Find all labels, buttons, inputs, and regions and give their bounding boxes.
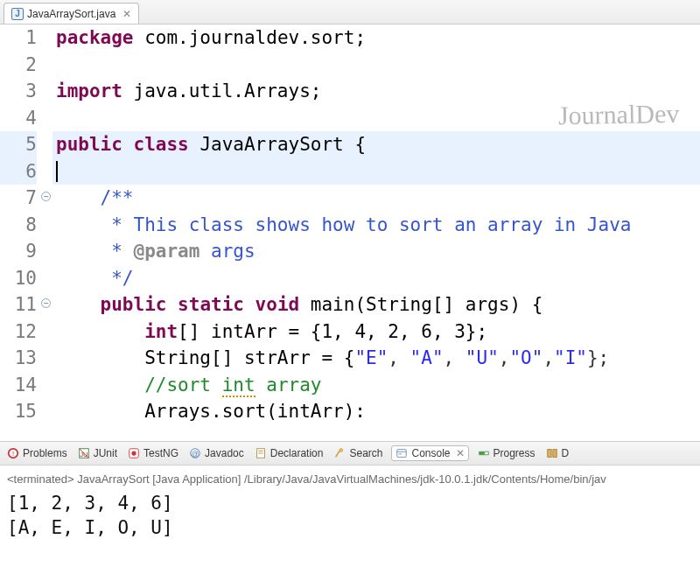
console-panel: <terminated> JavaArraySort [Java Applica…: [0, 466, 700, 540]
generic-view-icon: [546, 447, 558, 459]
tab-testng[interactable]: TestNG: [126, 445, 180, 461]
tab-label: Declaration: [270, 447, 324, 459]
tab-label: Progress: [494, 447, 536, 459]
console-output[interactable]: [1, 2, 3, 4, 6] [A, E, I, O, U]: [7, 491, 693, 540]
tab-label: JUnit: [94, 447, 117, 459]
tab-progress[interactable]: Progress: [476, 445, 537, 461]
tab-problems[interactable]: ! Problems: [5, 445, 69, 461]
tab-label: Problems: [23, 447, 67, 459]
svg-rect-17: [547, 450, 550, 458]
svg-text:!: !: [12, 450, 14, 458]
fold-toggle-icon[interactable]: −: [41, 298, 51, 308]
tab-label: Search: [349, 447, 382, 459]
close-icon[interactable]: ✕: [122, 8, 131, 20]
svg-text:@: @: [192, 450, 200, 458]
editor-tab-label: JavaArraySort.java: [27, 8, 116, 20]
progress-icon: [478, 447, 490, 459]
tab-javadoc[interactable]: @ Javadoc: [187, 445, 246, 461]
junit-icon: JU: [78, 447, 90, 459]
line-number-gutter: 1 2 3 4 5 6 7 8 9 10 11 12 13 14 15: [0, 24, 40, 441]
console-line: [1, 2, 3, 4, 6]: [7, 491, 693, 515]
close-icon[interactable]: ✕: [456, 447, 465, 459]
declaration-icon: [255, 447, 267, 459]
console-status: <terminated> JavaArraySort [Java Applica…: [7, 472, 693, 486]
problems-icon: !: [7, 447, 19, 459]
svg-point-11: [340, 449, 343, 452]
svg-text:JU: JU: [80, 451, 88, 458]
tab-junit[interactable]: JU JUnit: [76, 445, 119, 461]
search-icon: [333, 447, 346, 459]
javadoc-icon: @: [189, 447, 201, 459]
tab-label: TestNG: [144, 447, 178, 459]
tab-console[interactable]: Console ✕: [391, 445, 468, 461]
editor-tab[interactable]: J JavaArraySort.java ✕: [4, 3, 139, 24]
testng-icon: [128, 447, 140, 459]
fold-column: − −: [40, 24, 52, 441]
views-tab-bar: ! Problems JU JUnit TestNG @ Javadoc Dec…: [0, 441, 700, 466]
svg-rect-12: [397, 450, 407, 458]
svg-point-5: [131, 451, 136, 455]
svg-rect-18: [552, 450, 556, 458]
code-editor[interactable]: 1 2 3 4 5 6 7 8 9 10 11 12 13 14 15 − − …: [0, 24, 700, 441]
java-file-icon: J: [11, 8, 24, 20]
svg-rect-16: [479, 452, 484, 455]
code-area[interactable]: JournalDev package com.journaldev.sort; …: [52, 24, 700, 441]
editor-tab-bar: J JavaArraySort.java ✕: [0, 0, 700, 24]
tab-search[interactable]: Search: [332, 445, 384, 461]
fold-toggle-icon[interactable]: −: [41, 192, 51, 201]
tab-label: D: [562, 447, 570, 459]
tab-declaration[interactable]: Declaration: [253, 445, 326, 461]
tab-label: Console: [411, 447, 450, 459]
console-line: [A, E, I, O, U]: [7, 515, 693, 540]
tab-truncated[interactable]: D: [544, 445, 571, 461]
tab-label: Javadoc: [205, 447, 244, 459]
text-caret: [56, 161, 58, 182]
console-icon: [396, 447, 408, 459]
